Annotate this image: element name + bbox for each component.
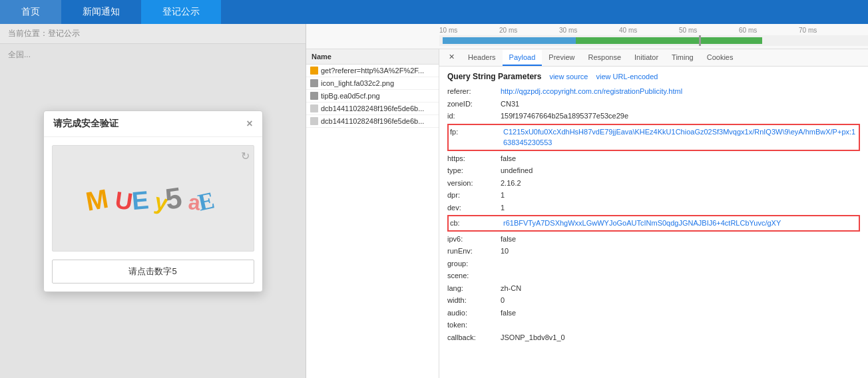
timeline-label-10ms: 10 ms bbox=[439, 27, 499, 34]
param-value-type: undefined bbox=[501, 165, 533, 176]
timeline-bar-marker bbox=[699, 35, 701, 46]
param-key-id: id: bbox=[447, 110, 501, 122]
tab-initiator[interactable]: Initiator bbox=[628, 50, 665, 66]
tab-response[interactable]: Response bbox=[581, 50, 628, 66]
captcha-letters: M U E y 5 a E bbox=[82, 175, 224, 222]
param-key-token: token: bbox=[447, 319, 501, 331]
modal-title: 请完成安全验证 bbox=[53, 118, 118, 130]
param-key-referer: referer: bbox=[447, 86, 501, 97]
param-key-type: type: bbox=[447, 165, 501, 176]
file-item-2[interactable]: tipBg.ea0d5cf.png bbox=[306, 90, 439, 102]
section-title: Query String Parameters bbox=[447, 72, 541, 81]
file-icon-gray-1 bbox=[310, 79, 318, 87]
file-icon-orange bbox=[310, 67, 318, 75]
main-row: 当前位置：登记公示 全国... 请完成安全验证 × ↻ M U E y bbox=[0, 24, 868, 378]
timeline-bar-blue bbox=[443, 37, 576, 44]
param-value-dpr: 1 bbox=[501, 190, 505, 201]
param-key-group: group: bbox=[447, 258, 501, 270]
captcha-refresh-button[interactable]: ↻ bbox=[241, 150, 250, 162]
captcha-image-area[interactable]: ↻ M U E y 5 a E bbox=[52, 145, 254, 252]
param-row-fp-highlight: fp: C1215xU0fu0XcXdhHsH87vdE79jjEava\KHE… bbox=[447, 124, 860, 151]
nav-news[interactable]: 新闻通知 bbox=[61, 0, 141, 24]
file-item-3[interactable]: dcb14411028248f196fe5de6b... bbox=[306, 102, 439, 115]
file-name-3: dcb14411028248f196fe5de6b... bbox=[321, 104, 424, 112]
file-item-4[interactable]: dcb14411028248f196fe5de6b... bbox=[306, 115, 439, 128]
nav-register[interactable]: 登记公示 bbox=[141, 0, 221, 24]
tab-timing[interactable]: Timing bbox=[665, 50, 700, 66]
timeline-labels: 10 ms 20 ms 30 ms 40 ms 50 ms 60 ms 70 m… bbox=[306, 27, 868, 34]
param-row-https: https: false bbox=[447, 152, 860, 165]
param-value-width: 0 bbox=[501, 295, 505, 306]
tab-preview[interactable]: Preview bbox=[542, 50, 581, 66]
devtools-main: Name get?referer=http%3A%2F%2F... icon_l… bbox=[306, 49, 868, 378]
param-value-referer: http://qgzpdj.ccopyright.com.cn/registra… bbox=[501, 86, 682, 97]
param-row-audio: audio: false bbox=[447, 307, 860, 319]
param-key-scene: scene: bbox=[447, 270, 501, 282]
param-value-id: 159f197467664b25a1895377e53ce29e bbox=[501, 110, 628, 122]
param-row-referer: referer: http://qgzpdj.ccopyright.com.cn… bbox=[447, 85, 860, 98]
captcha-letter-e1[interactable]: E bbox=[130, 186, 150, 216]
param-row-type: type: undefined bbox=[447, 164, 860, 177]
captcha-letter-5[interactable]: 5 bbox=[163, 180, 184, 216]
param-key-https: https: bbox=[447, 153, 501, 164]
param-row-ipv6: ipv6: false bbox=[447, 233, 860, 246]
param-value-lang: zh-CN bbox=[501, 283, 521, 294]
param-value-audio: false bbox=[501, 307, 516, 319]
captcha-input-area: 请点击数字5 bbox=[52, 260, 254, 284]
param-key-audio: audio: bbox=[447, 307, 501, 319]
param-key-lang: lang: bbox=[447, 283, 501, 294]
param-value-runenv: 10 bbox=[501, 246, 509, 257]
param-key-cb: cb: bbox=[450, 218, 503, 229]
modal-close-button[interactable]: × bbox=[246, 118, 252, 129]
param-row-id: id: 159f197467664b25a1895377e53ce29e bbox=[447, 110, 860, 122]
captcha-letter-m[interactable]: M bbox=[83, 183, 110, 216]
timeline-bar: 10 ms 20 ms 30 ms 40 ms 50 ms 60 ms 70 m… bbox=[306, 24, 868, 49]
tab-headers[interactable]: Headers bbox=[461, 50, 503, 66]
tab-x[interactable]: ✕ bbox=[442, 49, 461, 66]
param-row-scene: scene: bbox=[447, 270, 860, 282]
param-value-cb: r61BFVTyA7DSXhgWxxLGwWYJoGoAUTcINmS0qdgJ… bbox=[503, 218, 781, 229]
timeline-bar-green bbox=[576, 37, 762, 44]
modal-overlay: 请完成安全验证 × ↻ M U E y 5 a E bbox=[0, 24, 306, 378]
param-row-runenv: runEnv: 10 bbox=[447, 245, 860, 258]
nav-home[interactable]: 首页 bbox=[0, 0, 61, 24]
timeline-label-30ms: 30 ms bbox=[559, 27, 619, 34]
param-key-version: version: bbox=[447, 178, 501, 189]
param-key-fp: fp: bbox=[450, 126, 503, 148]
payload-content: Query String Parameters view source view… bbox=[439, 67, 868, 378]
view-url-encoded-link[interactable]: view URL-encoded bbox=[596, 73, 658, 81]
file-name-0: get?referer=http%3A%2F%2F... bbox=[321, 67, 424, 75]
tab-payload[interactable]: Payload bbox=[503, 50, 542, 66]
param-row-cb-highlight: cb: r61BFVTyA7DSXhgWxxLGwWYJoGoAUTcINmS0… bbox=[447, 215, 860, 232]
file-icon-gray-2 bbox=[310, 92, 318, 100]
param-row-lang: lang: zh-CN bbox=[447, 282, 860, 295]
file-item-0[interactable]: get?referer=http%3A%2F%2F... bbox=[306, 65, 439, 77]
param-row-zoneID: zoneID: CN31 bbox=[447, 98, 860, 110]
param-row-version: version: 2.16.2 bbox=[447, 177, 860, 190]
param-row-group: group: bbox=[447, 258, 860, 270]
param-row-fp: fp: C1215xU0fu0XcXdhHsH87vdE79jjEava\KHE… bbox=[450, 126, 857, 149]
captcha-prompt: 请点击数字5 bbox=[53, 260, 254, 283]
file-icon-lightgray-4 bbox=[310, 117, 318, 125]
detail-panel: ✕ Headers Payload Preview Response Initi… bbox=[439, 49, 868, 378]
param-row-dev: dev: 1 bbox=[447, 202, 860, 214]
param-key-zoneID: zoneID: bbox=[447, 98, 501, 110]
tabs-row: ✕ Headers Payload Preview Response Initi… bbox=[439, 49, 868, 67]
param-value-dev: 1 bbox=[501, 202, 505, 214]
view-source-link[interactable]: view source bbox=[549, 73, 588, 81]
left-panel: 当前位置：登记公示 全国... 请完成安全验证 × ↻ M U E y bbox=[0, 24, 306, 378]
file-name-4: dcb14411028248f196fe5de6b... bbox=[321, 117, 424, 125]
timeline-label-70ms: 70 ms bbox=[799, 27, 859, 34]
timeline-label-50ms: 50 ms bbox=[679, 27, 739, 34]
param-row-width: width: 0 bbox=[447, 294, 860, 307]
tab-cookies[interactable]: Cookies bbox=[700, 50, 740, 66]
top-navigation: 首页 新闻通知 登记公示 bbox=[0, 0, 868, 24]
modal-body: ↻ M U E y 5 a E 请点击数字5 bbox=[44, 137, 262, 291]
modal-header: 请完成安全验证 × bbox=[44, 111, 262, 137]
param-value-zoneID: CN31 bbox=[501, 98, 519, 110]
file-item-1[interactable]: icon_light.fa032c2.png bbox=[306, 77, 439, 90]
timeline-label-20ms: 20 ms bbox=[499, 27, 559, 34]
param-value-https: false bbox=[501, 153, 516, 164]
param-row-dpr: dpr: 1 bbox=[447, 189, 860, 202]
security-modal: 请完成安全验证 × ↻ M U E y 5 a E bbox=[43, 110, 263, 292]
